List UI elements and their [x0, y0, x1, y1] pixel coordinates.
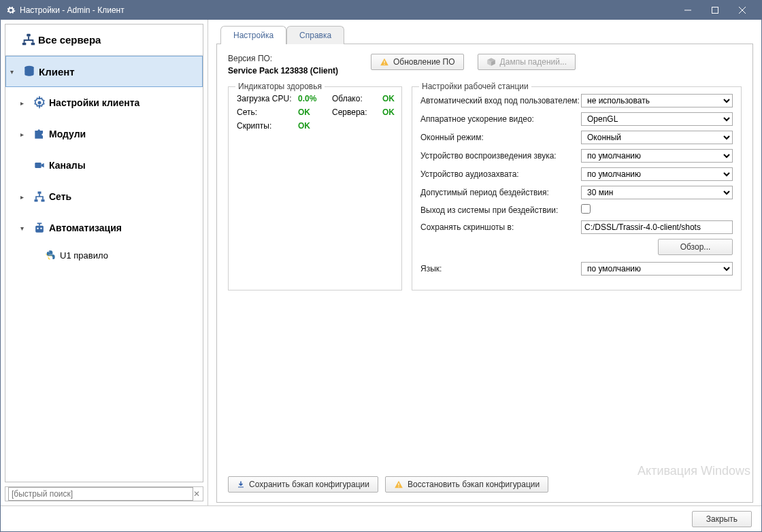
tab-settings[interactable]: Настройка [220, 26, 286, 44]
restore-backup-button[interactable]: Восстановить бэкап конфигурации [385, 476, 548, 493]
net-value: OK [298, 107, 332, 117]
close-dialog-button[interactable]: Закрыть [692, 511, 752, 527]
tree-all-servers[interactable]: Все сервера [5, 24, 203, 56]
cpu-value: 0.0% [298, 94, 332, 103]
svg-point-14 [37, 228, 39, 230]
svg-rect-20 [238, 487, 244, 488]
clear-search-icon[interactable]: ✕ [193, 489, 200, 499]
window-title: Настройки - Admin - Клиент [20, 5, 674, 15]
tree-client[interactable]: ▾ Клиент [5, 56, 203, 87]
lang-label: Язык: [420, 264, 581, 273]
servers-icon [19, 33, 38, 48]
lang-select[interactable]: по умолчанию [581, 262, 733, 276]
robot-icon [30, 221, 49, 235]
tree-modules[interactable]: ▸ Модули [5, 118, 203, 150]
dumps-button[interactable]: Дампы падений... [478, 54, 576, 70]
cloud-label: Облако: [332, 94, 382, 103]
idle-select[interactable]: 30 мин [581, 186, 733, 199]
chevron-right-icon: ▸ [20, 131, 30, 138]
hwaccel-select[interactable]: OpenGL [581, 112, 733, 126]
tree-label: Сеть [49, 191, 71, 202]
database-icon [20, 65, 39, 78]
network-icon [30, 190, 49, 203]
save-backup-button[interactable]: Сохранить бэкап конфигурации [228, 476, 378, 493]
logout-idle-label: Выход из системы при бездействии: [420, 205, 581, 215]
tree-client-settings[interactable]: ▸ Настройки клиента [5, 87, 203, 118]
main-panel: Настройка Справка Версия ПО: Service Pac… [208, 20, 761, 505]
version-label: Версия ПО: [228, 54, 357, 63]
chevron-right-icon: ▸ [20, 99, 30, 107]
tab-help[interactable]: Справка [286, 26, 344, 44]
playback-select[interactable]: по умолчанию [581, 149, 733, 163]
close-button[interactable] [729, 1, 756, 20]
window-select[interactable]: Оконный [581, 131, 733, 144]
version-value: Service Pack 123838 (Client) [228, 66, 357, 76]
autologin-label: Автоматический вход под пользователем: [420, 96, 581, 105]
shots-input[interactable] [581, 220, 733, 234]
gear-icon [6, 5, 16, 15]
tree-label: Настройки клиента [49, 97, 139, 108]
capture-label: Устройство аудиозахвата: [420, 169, 581, 179]
titlebar: Настройки - Admin - Клиент [1, 1, 761, 20]
window-label: Оконный режим: [420, 133, 581, 142]
svg-rect-22 [398, 486, 399, 487]
svg-rect-6 [31, 42, 35, 45]
tree-label: Каналы [49, 160, 86, 171]
warning-icon [380, 57, 389, 67]
svg-rect-21 [398, 483, 399, 486]
svg-rect-11 [35, 199, 38, 201]
svg-rect-10 [38, 192, 42, 194]
tab-content: Версия ПО: Service Pack 123838 (Client) … [216, 44, 753, 503]
svg-rect-1 [712, 7, 718, 14]
chevron-down-icon: ▾ [20, 225, 30, 232]
tree-label: U1 правило [60, 250, 108, 261]
tree-label: Клиент [39, 66, 75, 78]
minimize-button[interactable] [674, 1, 701, 20]
search-input[interactable] [8, 487, 193, 501]
python-icon [41, 250, 60, 261]
group-title: Настройки рабочей станции [419, 82, 531, 91]
gear-icon [30, 96, 49, 110]
cloud-value: OK [382, 94, 403, 103]
download-icon [237, 480, 245, 488]
maximize-button[interactable] [701, 1, 729, 20]
svg-point-17 [51, 258, 52, 259]
warning-icon [394, 480, 403, 489]
health-group: Индикаторы здоровья Загрузка CPU: 0.0% О… [228, 86, 402, 290]
svg-rect-19 [384, 64, 384, 65]
chevron-down-icon: ▾ [10, 68, 20, 76]
sidebar: Все сервера ▾ Клиент ▸ Настройки клиента… [1, 20, 208, 505]
autologin-select[interactable]: не использовать [581, 94, 733, 107]
svg-rect-12 [42, 199, 45, 201]
svg-rect-4 [27, 33, 31, 36]
tree-label: Модули [49, 129, 86, 139]
tree: Все сервера ▾ Клиент ▸ Настройки клиента… [5, 24, 203, 482]
logout-idle-checkbox[interactable] [581, 204, 591, 214]
hwaccel-label: Аппаратное ускорение видео: [420, 114, 581, 124]
camera-icon [30, 160, 49, 171]
browse-button[interactable]: Обзор... [658, 239, 733, 255]
shots-label: Сохранять скриншоты в: [420, 222, 581, 232]
svg-point-16 [48, 252, 49, 252]
svg-rect-9 [35, 163, 41, 168]
update-button[interactable]: Обновление ПО [371, 54, 464, 70]
playback-label: Устройство воспроизведения звука: [420, 151, 581, 161]
svg-point-8 [38, 101, 42, 105]
tree-channels[interactable]: Каналы [5, 150, 203, 181]
net-label: Сеть: [237, 107, 298, 117]
idle-label: Допустимый период бездействия: [420, 188, 581, 197]
servers-value: OK [382, 107, 403, 117]
capture-select[interactable]: по умолчанию [581, 167, 733, 181]
chevron-right-icon: ▸ [20, 193, 30, 201]
puzzle-icon [30, 127, 49, 141]
tree-label: Автоматизация [49, 222, 122, 233]
svg-point-15 [40, 228, 42, 230]
cpu-label: Загрузка CPU: [237, 94, 298, 103]
tree-automation[interactable]: ▾ Автоматизация [5, 212, 203, 244]
tree-network[interactable]: ▸ Сеть [5, 181, 203, 212]
search-box[interactable]: ✕ [5, 486, 203, 501]
tree-label: Все сервера [38, 34, 101, 46]
svg-rect-5 [22, 42, 27, 45]
tree-rule-u1[interactable]: U1 правило [5, 244, 203, 267]
servers-label: Сервера: [332, 107, 382, 117]
